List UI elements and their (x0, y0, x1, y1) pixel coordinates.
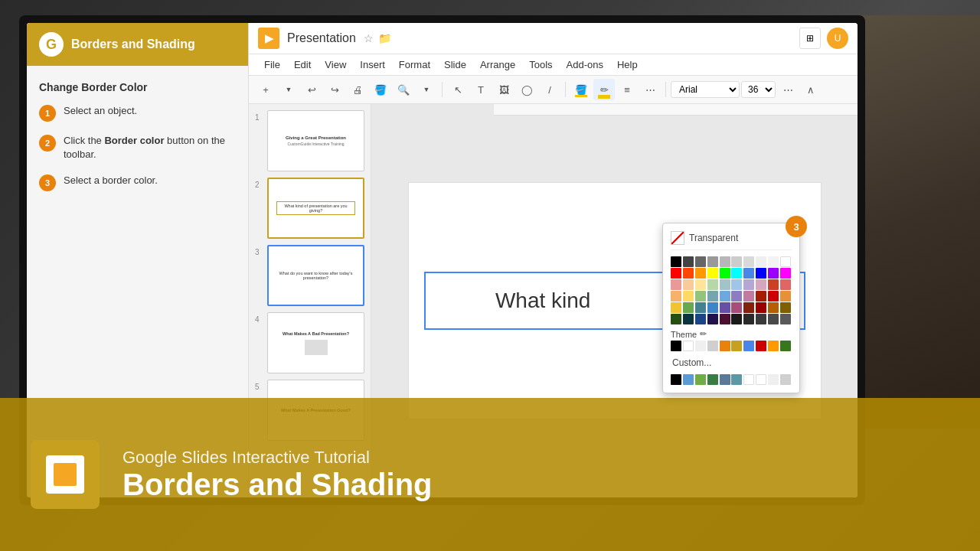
color-swatch[interactable] (695, 256, 706, 267)
toolbar-cursor[interactable]: ↖ (447, 79, 469, 100)
recent-swatch[interactable] (780, 374, 791, 385)
color-swatch[interactable] (780, 268, 791, 279)
present-button[interactable]: ⊞ (799, 28, 821, 49)
recent-swatch[interactable] (720, 374, 730, 385)
color-swatch[interactable] (707, 256, 718, 267)
color-swatch[interactable] (768, 279, 779, 290)
color-swatch[interactable] (731, 302, 742, 313)
color-swatch[interactable] (756, 268, 766, 279)
color-swatch[interactable] (707, 314, 718, 324)
recent-swatch[interactable] (671, 374, 681, 385)
menu-edit[interactable]: Edit (288, 56, 317, 73)
color-swatch[interactable] (768, 256, 779, 267)
color-swatch[interactable] (671, 314, 681, 324)
color-swatch[interactable] (707, 302, 718, 313)
color-swatch[interactable] (743, 256, 754, 267)
toolbar-zoom[interactable]: 🔍 (393, 79, 414, 100)
star-icon[interactable]: ☆ (364, 32, 374, 44)
folder-icon[interactable]: 📁 (378, 32, 391, 44)
color-swatch[interactable] (731, 291, 742, 302)
toolbar-textbox[interactable]: T (470, 79, 492, 100)
toolbar-add-dropdown[interactable]: ▼ (278, 79, 299, 100)
theme-swatch[interactable] (780, 341, 791, 351)
color-swatch[interactable] (671, 291, 681, 302)
menu-format[interactable]: Format (393, 56, 436, 73)
color-swatch[interactable] (720, 291, 730, 302)
color-swatch[interactable] (731, 314, 742, 324)
color-swatch[interactable] (768, 314, 779, 324)
color-swatch[interactable] (720, 314, 730, 324)
theme-swatch[interactable] (756, 341, 766, 351)
menu-file[interactable]: File (258, 56, 286, 73)
color-swatch[interactable] (707, 268, 718, 279)
color-swatch[interactable] (683, 291, 694, 302)
color-swatch[interactable] (780, 256, 791, 267)
color-swatch[interactable] (756, 279, 766, 290)
toolbar-border-weight[interactable]: ≡ (616, 79, 638, 100)
color-swatch[interactable] (707, 279, 718, 290)
color-swatch[interactable] (756, 256, 766, 267)
toolbar-zoom-dropdown[interactable]: ▼ (416, 79, 437, 100)
toolbar-paint[interactable]: 🪣 (370, 79, 391, 100)
color-swatch[interactable] (720, 268, 730, 279)
color-swatch[interactable] (731, 256, 742, 267)
transparent-option[interactable]: Transparent (671, 231, 792, 250)
slide-thumb-2[interactable]: What kind of presentation are you giving… (267, 178, 364, 239)
theme-swatch[interactable] (695, 341, 706, 351)
color-swatch[interactable] (707, 291, 718, 302)
theme-swatch[interactable] (671, 341, 681, 351)
color-swatch[interactable] (743, 279, 754, 290)
toolbar-collapse[interactable]: ∧ (800, 79, 822, 100)
recent-swatch[interactable] (768, 374, 779, 385)
font-size-selector[interactable]: 36 (741, 81, 776, 98)
color-swatch[interactable] (780, 302, 791, 313)
recent-swatch[interactable] (695, 374, 706, 385)
color-swatch[interactable] (695, 279, 706, 290)
theme-swatch[interactable] (707, 341, 718, 351)
menu-addons[interactable]: Add-ons (560, 56, 609, 73)
menu-arrange[interactable]: Arrange (474, 56, 521, 73)
color-swatch[interactable] (731, 268, 742, 279)
recent-swatch[interactable] (731, 374, 742, 385)
toolbar-more[interactable]: ⋯ (777, 79, 799, 100)
color-swatch[interactable] (743, 291, 754, 302)
menu-insert[interactable]: Insert (354, 56, 391, 73)
recent-swatch[interactable] (683, 374, 694, 385)
theme-swatch[interactable] (743, 341, 754, 351)
color-swatch[interactable] (683, 279, 694, 290)
color-swatch[interactable] (756, 291, 766, 302)
color-swatch[interactable] (683, 314, 694, 324)
color-swatch[interactable] (731, 279, 742, 290)
color-swatch[interactable] (695, 268, 706, 279)
custom-color-option[interactable]: Custom... (671, 354, 792, 371)
color-swatch[interactable] (743, 268, 754, 279)
recent-swatch[interactable] (743, 374, 754, 385)
color-swatch[interactable] (720, 279, 730, 290)
toolbar-line[interactable]: / (539, 79, 560, 100)
color-swatch[interactable] (695, 314, 706, 324)
color-swatch[interactable] (695, 291, 706, 302)
recent-swatch[interactable] (707, 374, 718, 385)
color-swatch[interactable] (671, 268, 681, 279)
toolbar-border-color[interactable]: ✏ (593, 79, 615, 100)
toolbar-print[interactable]: 🖨 (347, 79, 368, 100)
theme-swatch[interactable] (720, 341, 730, 351)
color-swatch[interactable] (683, 256, 694, 267)
toolbar-redo[interactable]: ↪ (324, 79, 345, 100)
color-swatch[interactable] (768, 291, 779, 302)
color-swatch[interactable] (780, 314, 791, 324)
menu-view[interactable]: View (318, 56, 352, 73)
color-swatch[interactable] (780, 279, 791, 290)
color-swatch[interactable] (683, 268, 694, 279)
color-swatch[interactable] (720, 302, 730, 313)
color-swatch[interactable] (720, 256, 730, 267)
theme-swatch[interactable] (731, 341, 742, 351)
toolbar-fill-color[interactable]: 🪣 (570, 79, 592, 100)
pencil-icon[interactable]: ✏ (700, 329, 707, 339)
theme-swatch[interactable] (768, 341, 779, 351)
color-swatch[interactable] (695, 302, 706, 313)
slide-thumb-4[interactable]: What Makes A Bad Presentation? (267, 312, 364, 373)
slide-thumb-3[interactable]: What do you want to know after today's p… (267, 245, 364, 306)
toolbar-image[interactable]: 🖼 (493, 79, 514, 100)
color-swatch[interactable] (756, 314, 766, 324)
